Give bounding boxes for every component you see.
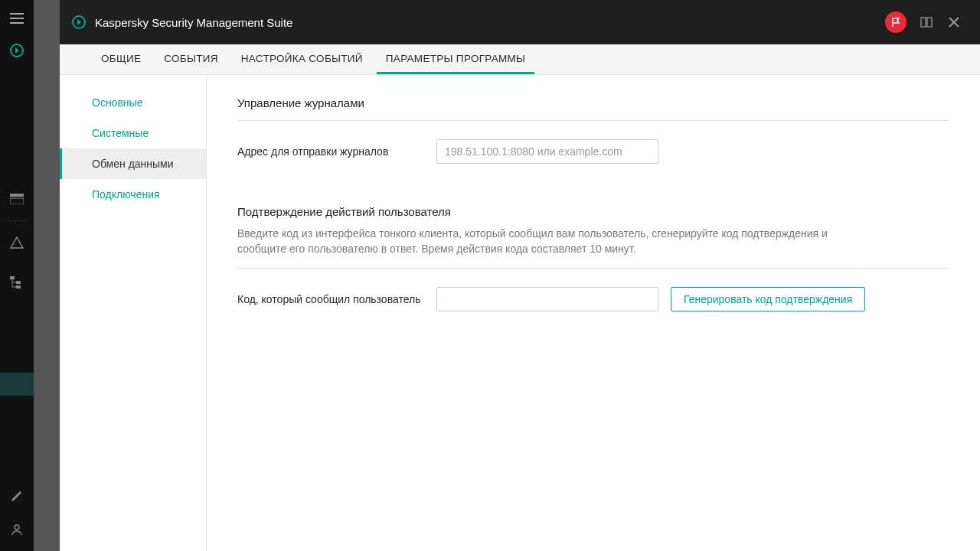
main-panel: Kaspersky Security Management Suite ОБЩИ…: [60, 0, 980, 551]
svg-rect-3: [10, 276, 15, 279]
section-logs-rule: [237, 120, 949, 121]
section-logs-title: Управление журналами: [237, 96, 949, 109]
panel-title: Kaspersky Security Management Suite: [95, 16, 292, 29]
row-user-code: Код, который сообщил пользователь Генери…: [237, 287, 949, 311]
tab-general[interactable]: ОБЩИЕ: [92, 44, 150, 74]
sidenav-item-main[interactable]: Основные: [60, 87, 206, 118]
rail-divider: [7, 220, 27, 221]
app-rail: [0, 0, 34, 551]
book-icon[interactable]: [913, 8, 940, 36]
rail-active-item[interactable]: [0, 373, 34, 396]
rail-alert-icon[interactable]: [0, 226, 34, 259]
flag-button[interactable]: [885, 11, 906, 33]
tab-events[interactable]: СОБЫТИЯ: [155, 44, 227, 74]
tab-app-settings[interactable]: ПАРАМЕТРЫ ПРОГРАММЫ: [377, 44, 535, 74]
close-icon[interactable]: [940, 8, 968, 36]
input-log-address[interactable]: [436, 139, 658, 164]
svg-rect-5: [16, 285, 21, 289]
label-log-address: Адрес для отправки журналов: [237, 145, 436, 158]
product-logo-icon: [72, 15, 86, 29]
rail-user-icon[interactable]: [0, 513, 34, 546]
tabs-row: ОБЩИЕ СОБЫТИЯ НАСТРОЙКА СОБЫТИЙ ПАРАМЕТР…: [60, 44, 980, 75]
input-user-code[interactable]: [436, 287, 658, 311]
section-confirm-help: Введите код из интерфейса тонкого клиент…: [237, 226, 865, 257]
rail-panels-icon[interactable]: [0, 182, 34, 216]
svg-rect-4: [16, 281, 21, 284]
label-user-code: Код, который сообщил пользователь: [237, 293, 436, 305]
section-confirm-title: Подтверждение действий пользователя: [237, 205, 949, 218]
content-area: Основные Системные Обмен данными Подключ…: [60, 75, 980, 551]
panel-gutter: [34, 0, 60, 551]
rail-tree-icon[interactable]: [0, 266, 34, 299]
sidenav-item-data-exchange[interactable]: Обмен данными: [60, 148, 206, 179]
menu-icon[interactable]: [0, 0, 34, 37]
form-area: Управление журналами Адрес для отправки …: [207, 75, 980, 551]
panel-header: Kaspersky Security Management Suite: [60, 0, 980, 44]
svg-rect-1: [10, 194, 24, 197]
generate-code-button[interactable]: Генерировать код подтверждения: [671, 287, 865, 311]
tab-event-config[interactable]: НАСТРОЙКА СОБЫТИЙ: [232, 44, 372, 74]
row-log-address: Адрес для отправки журналов: [237, 139, 949, 164]
svg-rect-2: [10, 198, 24, 204]
rail-circle-icon[interactable]: [0, 34, 34, 67]
rail-settings-icon[interactable]: [0, 479, 34, 513]
section-confirm-rule: [237, 268, 949, 269]
sidenav-item-connections[interactable]: Подключения: [60, 179, 206, 210]
svg-point-6: [15, 525, 19, 530]
settings-side-nav: Основные Системные Обмен данными Подключ…: [60, 75, 207, 551]
sidenav-item-system[interactable]: Системные: [60, 118, 206, 148]
